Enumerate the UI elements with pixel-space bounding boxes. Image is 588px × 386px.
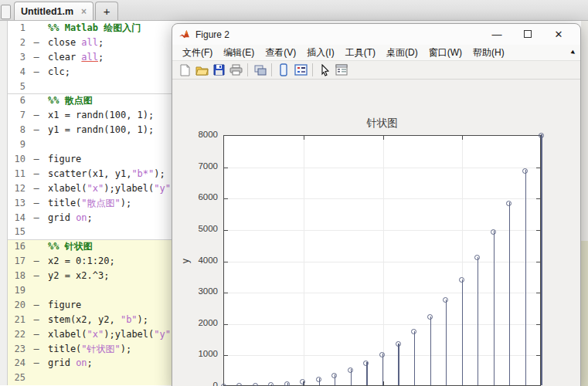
exec-line-marker: – xyxy=(29,167,43,181)
link-plot-button[interactable] xyxy=(251,63,268,78)
stem-line xyxy=(509,202,510,385)
code-text xyxy=(43,80,48,94)
insert-colorbar-button[interactable] xyxy=(275,63,292,78)
data-point-marker[interactable] xyxy=(316,377,321,382)
open-file-button[interactable] xyxy=(193,63,210,78)
breakpoint-gutter[interactable] xyxy=(0,196,8,211)
data-point-marker[interactable] xyxy=(284,381,290,386)
breakpoint-gutter[interactable] xyxy=(0,36,8,50)
data-point-marker[interactable] xyxy=(411,329,416,334)
data-point-marker[interactable] xyxy=(379,352,385,357)
edit-plot-button[interactable] xyxy=(316,63,333,78)
editor-tab-bar: Untitled1.m × + xyxy=(0,0,588,21)
data-point-marker[interactable] xyxy=(539,133,544,138)
desktop-edge-strip xyxy=(581,21,588,241)
data-point-marker[interactable] xyxy=(396,341,401,347)
y-tick-label: 4000 xyxy=(184,256,218,265)
gridline-vertical xyxy=(304,136,304,385)
breakpoint-gutter[interactable] xyxy=(0,239,8,254)
data-point-marker[interactable] xyxy=(443,297,448,303)
data-point-marker[interactable] xyxy=(491,229,496,235)
breakpoint-gutter[interactable] xyxy=(0,21,8,36)
breakpoint-gutter[interactable] xyxy=(0,93,8,108)
gridline-horizontal xyxy=(224,262,540,262)
breakpoint-gutter[interactable] xyxy=(0,269,8,283)
data-point-marker[interactable] xyxy=(474,255,480,260)
breakpoint-gutter[interactable] xyxy=(0,254,8,269)
exec-line-marker: – xyxy=(29,181,43,196)
data-point-marker[interactable] xyxy=(221,384,226,386)
y-tick-right xyxy=(536,168,540,168)
menu-item[interactable]: 文件(F) xyxy=(177,46,218,59)
breakpoint-gutter[interactable] xyxy=(0,137,8,152)
data-point-marker[interactable] xyxy=(348,367,353,373)
breakpoint-gutter[interactable] xyxy=(0,298,8,313)
insert-colorbar-icon xyxy=(279,63,288,76)
figure-title-bar[interactable]: Figure 2 — ✕ xyxy=(172,24,580,45)
gridline-horizontal xyxy=(224,168,540,168)
data-point-marker[interactable] xyxy=(363,361,369,366)
breakpoint-gutter[interactable] xyxy=(0,211,8,225)
code-text: x2 = 0:1:20; xyxy=(43,254,115,269)
menu-overflow-icon[interactable]: ▸ xyxy=(569,48,577,57)
code-text: grid on; xyxy=(43,211,93,225)
menu-item[interactable]: 查看(V) xyxy=(260,46,301,59)
save-figure-button[interactable] xyxy=(210,63,227,78)
breakpoint-gutter[interactable] xyxy=(0,152,8,167)
property-inspector-button[interactable] xyxy=(333,63,350,78)
toolbar-separator xyxy=(247,63,248,76)
print-figure-button[interactable] xyxy=(227,63,244,78)
menu-item[interactable]: 桌面(D) xyxy=(381,46,423,59)
y-tick-right xyxy=(536,198,540,199)
breakpoint-gutter[interactable] xyxy=(0,342,8,357)
breakpoint-gutter[interactable] xyxy=(0,80,8,94)
y-tick-right xyxy=(536,262,540,262)
data-point-marker[interactable] xyxy=(236,383,242,386)
data-point-marker[interactable] xyxy=(300,379,305,384)
new-tab-button[interactable]: + xyxy=(95,2,118,20)
breakpoint-gutter[interactable] xyxy=(0,225,8,239)
breakpoint-gutter[interactable] xyxy=(0,123,8,137)
breakpoint-gutter[interactable] xyxy=(0,356,8,371)
breakpoint-gutter[interactable] xyxy=(0,181,8,196)
tab-close-icon[interactable]: × xyxy=(81,6,87,17)
breakpoint-gutter[interactable] xyxy=(0,65,8,80)
line-number: 23 xyxy=(8,342,29,357)
breakpoint-gutter[interactable] xyxy=(0,313,8,327)
maximize-icon xyxy=(524,30,532,38)
breakpoint-gutter[interactable] xyxy=(0,371,8,385)
y-tick-label: 7000 xyxy=(184,161,218,171)
breakpoint-gutter[interactable] xyxy=(0,327,8,342)
code-text: clc; xyxy=(43,65,70,80)
data-point-marker[interactable] xyxy=(427,314,433,320)
maximize-button[interactable] xyxy=(512,29,543,40)
breakpoint-gutter[interactable] xyxy=(0,50,8,65)
data-point-marker[interactable] xyxy=(331,373,337,378)
menu-item[interactable]: 窗口(W) xyxy=(423,46,467,59)
code-text: %% 针状图 xyxy=(43,239,93,254)
breakpoint-gutter[interactable] xyxy=(0,108,8,123)
data-point-marker[interactable] xyxy=(253,383,258,386)
y-tick-label: 2000 xyxy=(184,318,218,327)
data-point-marker[interactable] xyxy=(506,201,512,206)
breakpoint-gutter[interactable] xyxy=(0,167,8,181)
breakpoint-gutter[interactable] xyxy=(0,283,8,298)
exec-line-marker: – xyxy=(29,50,43,65)
data-point-marker[interactable] xyxy=(459,277,464,283)
menu-item[interactable]: 帮助(H) xyxy=(467,46,510,59)
menu-item[interactable]: 编辑(E) xyxy=(218,46,260,59)
data-point-marker[interactable] xyxy=(268,382,274,386)
data-point-marker[interactable] xyxy=(522,168,528,174)
tab-untitled1[interactable]: Untitled1.m × xyxy=(14,2,93,20)
new-figure-button[interactable] xyxy=(176,63,193,78)
close-button[interactable]: ✕ xyxy=(543,29,574,40)
insert-legend-button[interactable] xyxy=(292,63,309,78)
stem-line xyxy=(478,257,478,385)
menu-item[interactable]: 插入(I) xyxy=(301,46,339,59)
code-text xyxy=(43,225,48,239)
x-tick-top xyxy=(383,136,384,140)
minimize-button[interactable]: — xyxy=(481,29,512,40)
menu-item[interactable]: 工具(T) xyxy=(340,46,381,59)
stem-chart[interactable] xyxy=(223,135,541,386)
stem-line xyxy=(462,279,463,385)
